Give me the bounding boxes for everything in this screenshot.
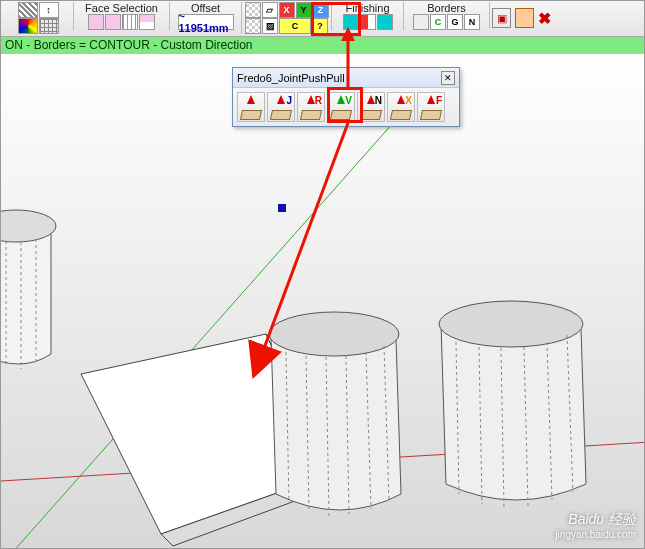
palette-close-button[interactable]: ✕ <box>441 71 455 85</box>
watermark-brand: Baidu 经验 <box>568 511 636 527</box>
cancel-button[interactable]: ✖ <box>538 9 557 28</box>
finishing-1-button[interactable] <box>343 14 359 30</box>
push-joint-button[interactable]: J <box>267 92 295 122</box>
wireframe-cube-button[interactable]: ▣ <box>492 8 511 28</box>
offset-value-button[interactable]: ~ 11951mm <box>178 14 234 30</box>
palette-button[interactable] <box>18 18 38 34</box>
borders-label: Borders <box>427 2 466 14</box>
finishing-label: Finishing <box>345 2 389 14</box>
preview2-button[interactable] <box>245 18 261 34</box>
jointpushpull-palette: Fredo6_JointPushPull ✕ J R V N X F <box>232 67 460 127</box>
viewport-3d[interactable] <box>1 54 644 548</box>
push-extrude-button[interactable]: X <box>387 92 415 122</box>
plane-button[interactable]: ▱ <box>262 2 278 18</box>
push-vector-button[interactable]: V <box>327 92 355 122</box>
watermark: Baidu 经验 jingyan.baidu.com <box>555 512 636 542</box>
borders-c-button[interactable]: C <box>430 14 446 30</box>
axis-y-button[interactable]: Y <box>296 2 312 18</box>
face-sel-2-button[interactable] <box>105 14 121 30</box>
hatch-toggle-button[interactable] <box>18 2 38 18</box>
finishing-2-button[interactable] <box>360 14 376 30</box>
finishing-3-button[interactable] <box>377 14 393 30</box>
palette-title-text: Fredo6_JointPushPull <box>237 68 345 88</box>
svg-point-7 <box>269 312 399 356</box>
borders-n-button[interactable]: N <box>464 14 480 30</box>
palette-body: J R V N X F <box>233 88 459 126</box>
preview-button[interactable] <box>245 2 261 18</box>
arrow-toggle-button[interactable]: ↕ <box>39 2 59 18</box>
anchor-point-icon <box>278 204 286 212</box>
push-normal-button[interactable]: N <box>357 92 385 122</box>
grid-toggle-button[interactable] <box>39 18 59 34</box>
axis-z-button[interactable]: Z <box>313 2 329 18</box>
borders-opt1-button[interactable] <box>413 14 429 30</box>
face-sel-3-button[interactable] <box>122 14 138 30</box>
face-sel-1-button[interactable] <box>88 14 104 30</box>
axis-x-button[interactable]: X <box>279 2 295 18</box>
scene-svg <box>1 54 644 548</box>
face-sel-4-button[interactable] <box>139 14 155 30</box>
face-selection-label: Face Selection <box>85 2 158 14</box>
push-classic-button[interactable] <box>237 92 265 122</box>
push-round-button[interactable]: R <box>297 92 325 122</box>
borders-g-button[interactable]: G <box>447 14 463 30</box>
solid-cube-button[interactable] <box>515 8 534 28</box>
watermark-url: jingyan.baidu.com <box>555 527 636 542</box>
axis-c-button[interactable]: C <box>279 18 311 34</box>
plane2-button[interactable]: ▨ <box>262 18 278 34</box>
svg-point-14 <box>439 301 583 347</box>
push-follow-button[interactable]: F <box>417 92 445 122</box>
axis-q-button[interactable]: ? <box>312 18 328 34</box>
palette-titlebar[interactable]: Fredo6_JointPushPull ✕ <box>233 68 459 88</box>
top-toolbar: ↕ Face Selection Offset ~ 11951mm ▱ X Y … <box>1 1 644 37</box>
status-bar: ON - Borders = CONTOUR - Custom Directio… <box>1 37 644 54</box>
